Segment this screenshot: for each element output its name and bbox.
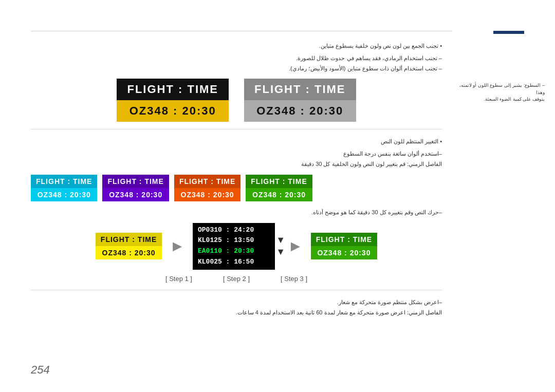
right-sidebar: – السطوع: يشير إلى سطوع اللون أو لاتمته،… <box>452 82 545 103</box>
flight-block-orange: FLIGHT : TIME OZ348 : 20:30 <box>174 175 240 201</box>
flight-value-gray: OZ348 : 20:30 <box>244 100 356 122</box>
divider-1 <box>31 129 442 129</box>
divider-2 <box>31 290 442 290</box>
bottom-dash1: –اعرض بشكل منتظم صورة متحركة مع شعار. <box>31 297 442 308</box>
dash-1: – تجنب استخدام الرمادي، فقد يساهم في حدو… <box>31 53 442 64</box>
main-content: • تجنب الجمع بين لون نص ولون خلفية بسطوع… <box>31 41 442 361</box>
flight-block-green: FLIGHT : TIME OZ348 : 20:30 <box>246 175 312 201</box>
sidebar-line2: يتوقف على كمية الضوء المبعثة. <box>484 97 545 102</box>
arrow-down-1: ▼ <box>276 235 285 246</box>
flight-block-black: FLIGHT : TIME OZ348 : 20:30 <box>117 79 229 122</box>
fb-green-label: FLIGHT : TIME <box>246 175 312 188</box>
step1-value: OZ348 : 20:30 <box>96 246 162 259</box>
page-number: 254 <box>31 363 50 377</box>
animation-note: –حرك النص وقم بتغييره كل 30 دقيقة كما هو… <box>31 208 442 218</box>
fb-orange-label: FLIGHT : TIME <box>174 175 240 188</box>
bottom-notes: –اعرض بشكل منتظم صورة متحركة مع شعار. ال… <box>31 297 442 318</box>
flight-block-purple: FLIGHT : TIME OZ348 : 20:30 <box>102 175 169 201</box>
dash-4: الفاصل الزمني: قم بتغيير لون النص ولون ا… <box>31 159 442 170</box>
animation-steps-row: FLIGHT : TIME OZ348 : 20:30 ► OP0310 : 2… <box>31 223 442 270</box>
fb-blue-label: FLIGHT : TIME <box>31 175 97 188</box>
flight-label-black: FLIGHT : TIME <box>117 79 229 100</box>
large-flight-row: FLIGHT : TIME OZ348 : 20:30 FLIGHT : TIM… <box>31 79 442 122</box>
scroll-row-1: OP0310 : 24:20 <box>198 225 270 236</box>
arabic-section2: • التغيير المنتظم للون النص –استخدم ألوا… <box>31 137 442 169</box>
step2-label-text: [ Step 2 ] <box>223 275 250 283</box>
fb-blue-value: OZ348 : 20:30 <box>31 188 97 201</box>
right-accent <box>493 31 524 34</box>
step2-scroll-block: OP0310 : 24:20 KL0125 : 13:50 EA0110 : 2… <box>193 223 275 270</box>
fb-green-value: OZ348 : 20:30 <box>246 188 312 201</box>
scroll-row-3: EA0110 : 20:30 <box>198 246 270 257</box>
step3-label-text: [ Step 3 ] <box>281 275 307 283</box>
fb-orange-value: OZ348 : 20:30 <box>174 188 240 201</box>
sidebar-line1: – السطوع: يشير إلى سطوع اللون أو لاتمته،… <box>459 83 545 95</box>
step1-label-text: [ Step 1 ] <box>165 275 192 283</box>
dash-3: –استخدم ألوان سائغة بنفس درجة السطوع <box>31 149 442 159</box>
arrow-right-2: ► <box>288 237 303 255</box>
step2-container: OP0310 : 24:20 KL0125 : 13:50 EA0110 : 2… <box>193 223 275 270</box>
dash-2: – تجنب استخدام ألوان ذات سطوع متباين (ال… <box>31 64 442 74</box>
arrow-down-2: ▼ <box>276 247 285 257</box>
step3-label: FLIGHT : TIME <box>311 233 377 246</box>
bullet-1: • تجنب الجمع بين لون نص ولون خلفية بسطوع… <box>31 41 442 51</box>
down-arrows: ▼ ▼ <box>276 235 285 257</box>
arrow-right-1: ► <box>170 237 185 255</box>
step1-label: FLIGHT : TIME <box>96 233 162 246</box>
bottom-dash2: الفاصل الزمني: اعرض صورة متحركة مع شعار … <box>31 308 442 318</box>
flight-block-blue: FLIGHT : TIME OZ348 : 20:30 <box>31 175 97 201</box>
step1-flight-block: FLIGHT : TIME OZ348 : 20:30 <box>96 233 162 259</box>
top-rule <box>31 31 452 31</box>
arabic-intro: • تجنب الجمع بين لون نص ولون خلفية بسطوع… <box>31 41 442 73</box>
flight-block-gray: FLIGHT : TIME OZ348 : 20:30 <box>244 79 356 122</box>
steps-labels-row: [ Step 1 ] [ Step 2 ] [ Step 3 ] <box>31 275 442 283</box>
fb-purple-value: OZ348 : 20:30 <box>102 188 169 201</box>
bullet-2: • التغيير المنتظم للون النص <box>31 137 442 147</box>
scroll-row-2: KL0125 : 13:50 <box>198 235 270 246</box>
flight-value-black: OZ348 : 20:30 <box>117 100 229 122</box>
flight-label-gray: FLIGHT : TIME <box>244 79 356 100</box>
fb-purple-label: FLIGHT : TIME <box>102 175 169 188</box>
step3-flight-block: FLIGHT : TIME OZ348 : 20:30 <box>311 233 377 259</box>
four-blocks-row: FLIGHT : TIME OZ348 : 20:30 FLIGHT : TIM… <box>31 175 442 201</box>
scroll-row-4: KL0025 : 16:50 <box>198 257 270 268</box>
step3-value: OZ348 : 20:30 <box>311 246 377 259</box>
